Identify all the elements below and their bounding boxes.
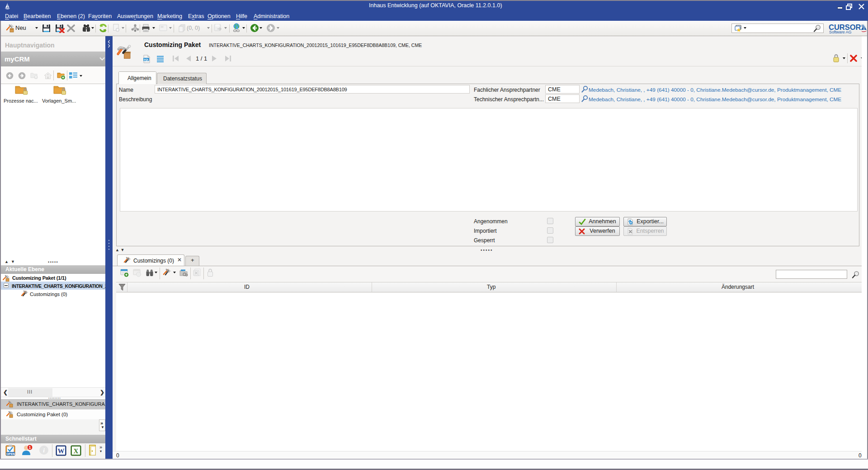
- svg-text:W: W: [58, 447, 65, 455]
- svg-text:OPEN: OPEN: [6, 452, 15, 456]
- svg-text:i: i: [43, 447, 45, 454]
- svg-text:1: 1: [28, 445, 31, 450]
- svg-text:X: X: [74, 447, 79, 455]
- svg-text:SQL: SQL: [144, 58, 149, 61]
